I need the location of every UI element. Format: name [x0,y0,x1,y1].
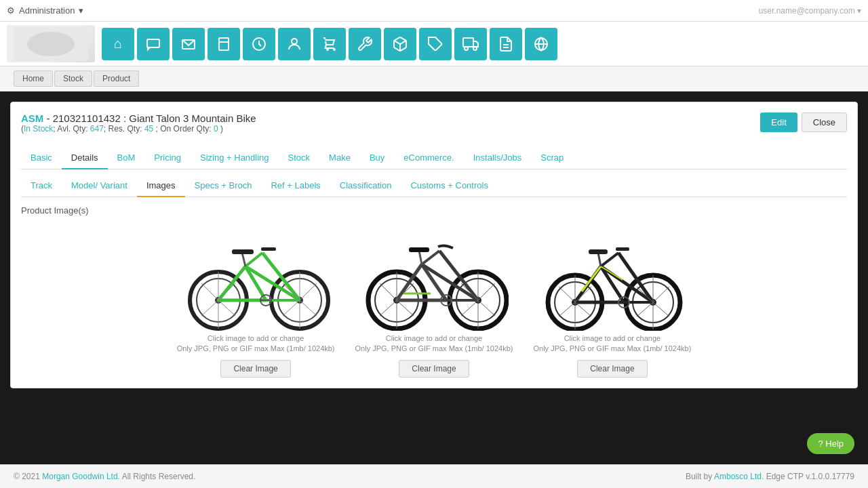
help-button[interactable]: ? Help [807,433,854,444]
bike-image-3[interactable] [538,222,687,331]
tab-buy[interactable]: Buy [360,147,394,169]
breadcrumb: Home Stock Product [0,66,868,92]
box-nav-btn[interactable] [384,28,416,60]
bike-image-1[interactable] [181,222,330,331]
image-caption-3: Click image to add or change Only JPG, P… [533,333,691,354]
clear-image-btn-2[interactable]: Clear Image [399,360,469,378]
main-content: ASM - 210321101432 : Giant Talon 3 Mount… [0,92,868,444]
svg-rect-27 [261,247,276,251]
tab-ecommerce[interactable]: eCommerce. [394,147,463,169]
tab-classification[interactable]: Classification [330,175,401,197]
svg-line-65 [478,300,495,316]
tab-installs[interactable]: Installs/Jobs [464,147,532,169]
tab-details[interactable]: Details [62,147,108,169]
svg-line-23 [245,253,262,266]
nav-icons: ⌂ [102,28,557,60]
clock-nav-btn[interactable] [243,28,275,60]
logo-nav-bar: ⌂ [0,22,868,66]
svg-rect-2 [147,39,159,47]
admin-dropdown-arrow: ▾ [79,5,83,16]
svg-line-59 [397,300,414,316]
svg-rect-8 [463,38,473,47]
bike-svg-1 [181,222,330,331]
email-nav-btn[interactable] [172,28,205,60]
tab-track[interactable]: Track [21,175,62,197]
on-order-value: 0 [214,124,218,134]
svg-line-36 [283,300,300,316]
tab-scrap[interactable]: Scrap [531,147,573,169]
tab-bom[interactable]: BoM [108,147,145,169]
svg-line-24 [262,253,300,300]
svg-line-32 [218,300,235,316]
product-card: ASM - 210321101432 : Giant Talon 3 Mount… [10,102,858,388]
product-images-label: Product Image(s) [21,205,847,216]
person-nav-btn[interactable] [278,28,311,60]
svg-line-38 [300,300,317,316]
image-cell-1: Click image to add or change Only JPG, P… [177,222,335,378]
globe-nav-btn[interactable] [525,28,557,60]
tab-images[interactable]: Images [137,175,185,197]
product-header: ASM - 210321101432 : Giant Talon 3 Mount… [21,113,847,142]
logo [7,25,95,62]
home-nav-btn[interactable]: ⌂ [102,28,134,60]
clear-image-btn-3[interactable]: Clear Image [577,360,647,378]
bookmark-nav-btn[interactable] [208,28,240,60]
product-header-buttons: Edit Close [760,113,847,132]
svg-point-6 [292,39,297,44]
document-nav-btn[interactable] [490,28,522,60]
tab-make[interactable]: Make [319,147,360,169]
svg-point-10 [473,47,477,50]
tabs-level-1: Basic Details BoM Pricing Sizing + Handl… [21,147,847,169]
svg-rect-84 [616,247,629,251]
breadcrumb-stock[interactable]: Stock [54,70,92,87]
tab-ref-labels[interactable]: Ref + Labels [261,175,330,197]
tab-sizing[interactable]: Sizing + Handling [191,147,279,169]
svg-rect-54 [409,247,429,252]
svg-rect-4 [219,38,229,50]
bike-svg-2 [359,222,509,331]
wrench-nav-btn[interactable] [349,28,381,60]
bike-svg-3 [538,222,687,331]
gear-icon: ⚙ [7,5,15,16]
bike-image-2[interactable] [359,222,509,331]
admin-label: Administration [19,5,75,16]
svg-line-25 [242,253,245,266]
product-prefix: ASM [21,113,43,124]
tabs-level-2: Track Model/ Variant Images Specs + Broc… [21,175,847,197]
svg-line-30 [201,300,218,316]
breadcrumb-product[interactable]: Product [94,70,139,87]
svg-line-96 [653,287,669,302]
image-caption-2: Click image to add or change Only JPG, P… [355,333,513,354]
svg-point-9 [465,47,468,50]
tag-nav-btn[interactable] [419,28,452,60]
svg-line-63 [461,300,478,316]
svg-line-93 [637,302,653,317]
admin-menu[interactable]: ⚙ Administration ▾ [7,5,83,16]
svg-line-39 [300,283,317,300]
edit-button[interactable]: Edit [760,113,797,132]
tab-specs[interactable]: Specs + Broch [185,175,262,197]
svg-line-87 [559,302,575,317]
res-qty-value: 45 [144,124,153,134]
logo-image [14,27,88,61]
truck-nav-btn[interactable] [454,28,487,60]
tab-stock[interactable]: Stock [279,147,320,169]
breadcrumb-home[interactable]: Home [14,70,53,87]
clear-image-btn-1[interactable]: Clear Image [220,360,290,378]
svg-line-56 [380,283,397,300]
tab-customs[interactable]: Customs + Controls [401,175,498,197]
svg-line-52 [439,251,478,300]
svg-line-82 [598,253,601,266]
image-caption-1: Click image to add or change Only JPG, P… [177,333,335,354]
tab-basic[interactable]: Basic [21,147,62,169]
image-cell-2: Click image to add or change Only JPG, P… [355,222,513,378]
close-button[interactable]: Close [802,113,847,132]
cart-nav-btn[interactable] [313,28,346,60]
svg-line-89 [575,302,591,317]
svg-rect-83 [589,249,608,254]
discuss-nav-btn[interactable] [137,28,170,60]
tab-model-variant[interactable]: Model/ Variant [62,175,137,197]
tab-pricing[interactable]: Pricing [144,147,191,169]
product-meta: (In Stock; Avl. Qty: 647; Res. Qty: 45 ;… [21,124,256,134]
user-info[interactable]: user.name@company.com ▾ [759,6,861,16]
